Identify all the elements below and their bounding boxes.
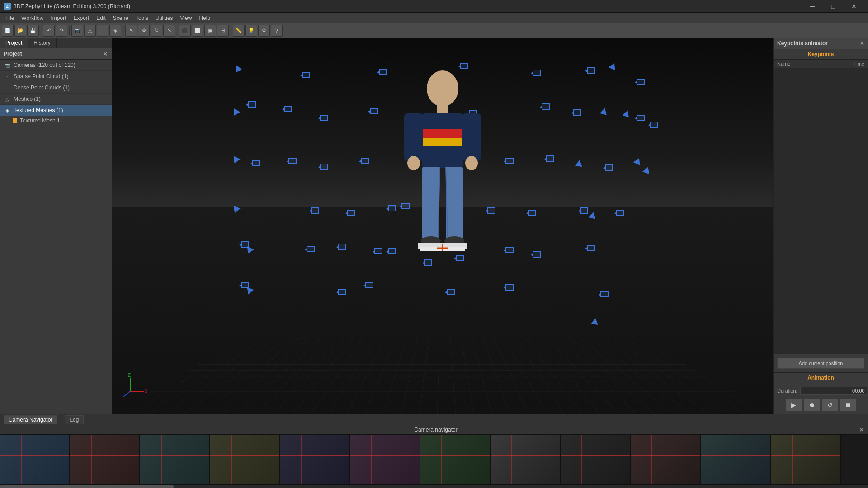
cam-nav-close[interactable]: ✕	[859, 426, 864, 433]
right-panel-close[interactable]: ✕	[860, 40, 864, 47]
cam-sq-41	[533, 251, 541, 258]
main-layout: Project History Project ✕ 📷 Cameras (120…	[0, 38, 868, 414]
maximize-button[interactable]: □	[823, 0, 844, 13]
toolbar-cam[interactable]: 📷	[71, 25, 83, 37]
toolbar-mesh[interactable]: △	[84, 25, 96, 37]
panel-close-button[interactable]: ✕	[103, 50, 108, 57]
menu-item-import[interactable]: Import	[47, 14, 70, 22]
cam-nav-scrollbar[interactable]	[0, 484, 868, 488]
tree-dense[interactable]: ⋯ Dense Point Clouds (1)	[0, 82, 112, 94]
toolbar-rotate[interactable]: ↻	[151, 25, 162, 37]
menu-item-view[interactable]: View	[177, 14, 196, 22]
close-button[interactable]: ✕	[844, 0, 864, 13]
textured-label: Textured Meshes (1)	[14, 107, 63, 113]
toolbar-new[interactable]: 📄	[2, 25, 14, 37]
cam-thumb-7[interactable]	[420, 435, 491, 484]
cam-thumb-8[interactable]	[491, 435, 561, 484]
tree-textured[interactable]: ◈ Textured Meshes (1)	[0, 105, 112, 116]
tab-log[interactable]: Log	[65, 415, 84, 424]
cam-thumb-1[interactable]	[0, 435, 70, 484]
toolbar-measure[interactable]: 📏	[233, 25, 245, 37]
axis-indicator: X Z	[121, 373, 148, 400]
toolbar-help[interactable]: ?	[271, 25, 283, 37]
tab-project[interactable]: Project	[0, 38, 28, 48]
tab-camera-navigator[interactable]: Camera Navigator	[4, 415, 57, 424]
cam-sq-12	[542, 103, 550, 110]
cam-sq-46	[447, 289, 455, 295]
minimize-button[interactable]: ─	[802, 0, 823, 13]
cam-thumb-12[interactable]	[771, 435, 841, 484]
toolbar-settings[interactable]: ⚙	[258, 25, 270, 37]
svg-text:Z: Z	[128, 373, 131, 378]
toolbar-view1[interactable]: ⬛	[179, 25, 191, 37]
svg-rect-6	[462, 113, 481, 161]
animation-controls: Duration: ▲▼ ▶ ⏺ ↺ ⏹	[774, 383, 868, 414]
right-panel-header: Keypoints animator ✕	[774, 38, 868, 49]
svg-rect-1	[437, 104, 448, 113]
cam-sq-34	[307, 246, 315, 252]
tree-textured-mesh-1[interactable]: Textured Mesh 1	[0, 116, 112, 125]
duration-label: Duration:	[777, 388, 797, 394]
play-button[interactable]: ▶	[786, 399, 802, 411]
statusbar: Camera Navigator Log	[0, 414, 868, 425]
cam-sq-30	[528, 210, 536, 216]
cam-sq-26	[388, 205, 396, 211]
duration-input[interactable]	[800, 387, 867, 395]
toolbar-view3[interactable]: ▣	[204, 25, 216, 37]
toolbar-light[interactable]: 💡	[245, 25, 257, 37]
cam-thumb-3[interactable]	[140, 435, 210, 484]
menu-item-tools[interactable]: Tools	[132, 14, 152, 22]
cam-thumb-5[interactable]	[280, 435, 350, 484]
keypoints-section-label: Keypoints	[774, 49, 868, 60]
window-controls: ─ □ ✕	[802, 0, 864, 13]
menubar: FileWorkflowImportExportEditSceneToolsUt…	[0, 13, 868, 23]
toolbar-view2[interactable]: ⬜	[192, 25, 203, 37]
toolbar-scale[interactable]: ⤡	[163, 25, 175, 37]
scrollbar-thumb[interactable]	[0, 485, 174, 488]
menu-item-scene[interactable]: Scene	[109, 14, 132, 22]
tree-meshes[interactable]: △ Meshes (1)	[0, 94, 112, 105]
cam-sq-44	[338, 289, 346, 295]
menu-item-workflow[interactable]: Workflow	[18, 14, 47, 22]
tab-history[interactable]: History	[28, 38, 56, 48]
cam-thumb-2[interactable]	[70, 435, 140, 484]
cam-nav-strip[interactable]	[0, 435, 868, 484]
toolbar-select[interactable]: ↖	[125, 25, 137, 37]
cam-sq-17	[288, 158, 297, 164]
menu-item-edit[interactable]: Edit	[93, 14, 109, 22]
cam-sq-39	[456, 255, 464, 261]
menu-item-utilities[interactable]: Utilities	[152, 14, 177, 22]
textured-icon: ◈	[4, 107, 11, 114]
cam-thumb-4[interactable]	[210, 435, 280, 484]
toolbar-dense[interactable]: ⋯	[97, 25, 108, 37]
cam-thumb-10[interactable]	[631, 435, 701, 484]
menu-item-help[interactable]: Help	[195, 14, 214, 22]
loop-button[interactable]: ↺	[822, 399, 838, 411]
cam-thumb-11[interactable]	[701, 435, 771, 484]
left-panel: Project History Project ✕ 📷 Cameras (120…	[0, 38, 112, 414]
panel-title: Project	[4, 51, 22, 57]
toolbar-undo[interactable]: ↶	[43, 25, 55, 37]
tree-sparse[interactable]: · Sparse Point Cloud (1)	[0, 71, 112, 82]
svg-rect-5	[404, 113, 423, 161]
record-button[interactable]: ⏺	[804, 399, 820, 411]
viewport[interactable]: X Z	[112, 38, 773, 414]
titlebar: Z 3DF Zephyr Lite (Steam Edition) 3.200 …	[0, 0, 868, 13]
cam-sq-37	[388, 248, 396, 254]
cam-thumb-6[interactable]	[350, 435, 420, 484]
cam-sq-42	[587, 245, 595, 251]
toolbar-open[interactable]: 📂	[14, 25, 26, 37]
cam-sq-7	[248, 101, 256, 108]
add-position-button[interactable]: Add current position	[777, 358, 864, 369]
toolbar-save[interactable]: 💾	[27, 25, 39, 37]
svg-text:X: X	[145, 389, 148, 394]
stop-button[interactable]: ⏹	[840, 399, 856, 411]
tree-cameras[interactable]: 📷 Cameras (120 out of 120)	[0, 60, 112, 71]
menu-item-export[interactable]: Export	[70, 14, 93, 22]
toolbar-redo[interactable]: ↷	[56, 25, 67, 37]
toolbar-move[interactable]: ✥	[138, 25, 150, 37]
cam-thumb-9[interactable]	[561, 435, 631, 484]
menu-item-file[interactable]: File	[2, 14, 18, 22]
toolbar-view4[interactable]: ⊞	[217, 25, 229, 37]
toolbar-texture[interactable]: ◈	[109, 25, 121, 37]
